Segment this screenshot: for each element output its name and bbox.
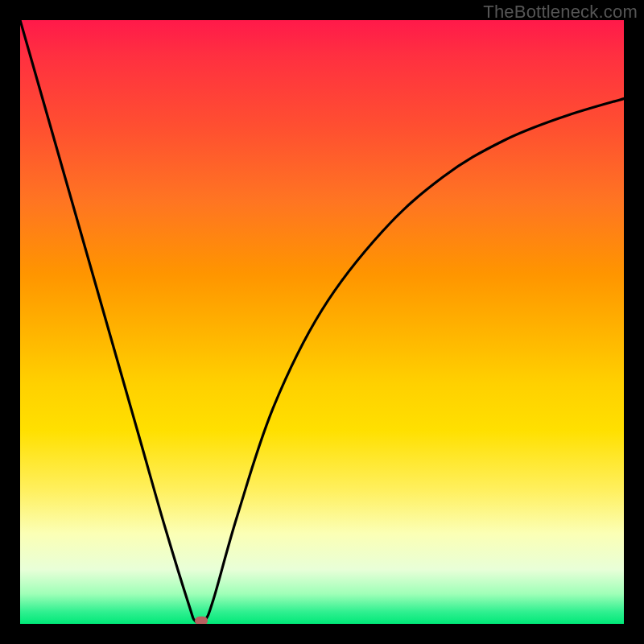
optimum-marker — [195, 617, 208, 624]
bottleneck-curve — [20, 20, 624, 623]
watermark-text: TheBottleneck.com — [483, 2, 638, 23]
plot-area — [20, 20, 624, 624]
curve-svg — [20, 20, 624, 624]
chart-frame: TheBottleneck.com — [0, 0, 644, 644]
